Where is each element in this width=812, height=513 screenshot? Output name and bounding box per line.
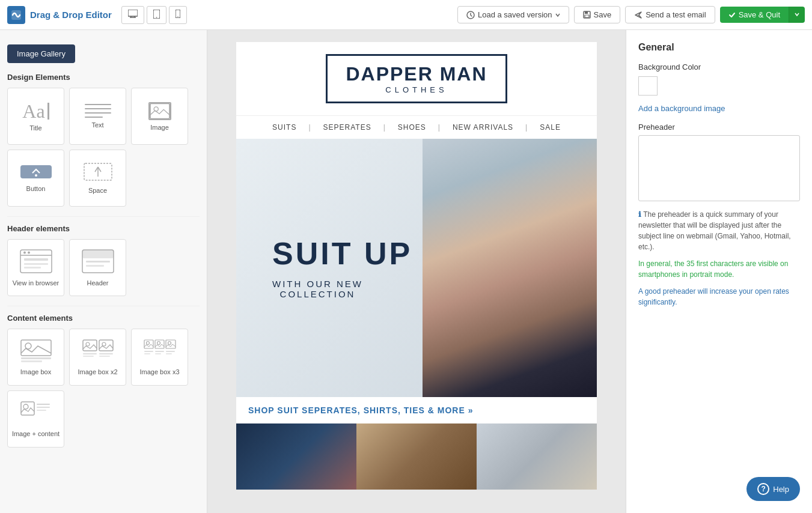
app-logo: Drag & Drop Editor (7, 6, 112, 24)
help-button[interactable]: ? Help (746, 477, 800, 501)
image-icon (148, 102, 171, 120)
element-label-browser: View in browser (13, 279, 59, 287)
main-layout: Image Gallery Design Elements Aa Title (0, 30, 812, 513)
save-btn[interactable]: Save (574, 6, 621, 23)
nav-sep-2: | (377, 123, 392, 132)
svg-rect-44 (144, 351, 153, 352)
load-version-btn[interactable]: Load a saved version (457, 6, 569, 23)
svg-rect-45 (155, 351, 164, 352)
svg-rect-9 (585, 15, 589, 17)
info-icon: ℹ (638, 210, 641, 219)
header-elements-grid: View in browser Header (7, 239, 200, 296)
hero-text-overlay: SUIT UP WITH OUR NEWCOLLECTION (254, 139, 412, 397)
product-images-row (236, 423, 597, 490)
preheader-info-3: A good preheader will increase your open… (638, 286, 800, 308)
preheader-label: Preheader (638, 123, 800, 132)
element-label-title: Title (29, 124, 41, 132)
svg-rect-1 (128, 10, 138, 16)
svg-point-13 (35, 174, 37, 177)
bg-color-swatch[interactable] (638, 76, 658, 96)
brand-sub: CLOTHES (346, 85, 487, 94)
svg-rect-24 (86, 261, 110, 263)
hero-subtitle: WITH OUR NEWCOLLECTION (272, 279, 363, 299)
logo-icon (7, 6, 25, 24)
nav-sale[interactable]: SALE (534, 123, 567, 132)
svg-point-41 (157, 342, 160, 345)
preheader-textarea[interactable] (638, 135, 800, 201)
svg-rect-34 (83, 353, 97, 354)
preheader-info-2: In general, the 35 first characters are … (638, 258, 800, 280)
bg-color-label: Background Color (638, 62, 800, 71)
svg-point-18 (28, 252, 30, 254)
element-card-imgbox3[interactable]: Image box x3 (131, 329, 188, 386)
element-card-title[interactable]: Aa Title (7, 88, 64, 145)
nav-new-arrivals[interactable]: NEW ARRIVALS (447, 123, 519, 132)
svg-rect-46 (166, 351, 175, 352)
product-img-2 (356, 423, 477, 490)
content-elements-title: Content elements (7, 314, 200, 323)
element-card-button[interactable]: Button (7, 150, 64, 207)
email-header: DAPPER MAN CLOTHES (236, 42, 597, 116)
right-panel: General Background Color Add a backgroun… (626, 30, 812, 513)
element-card-image[interactable]: Image (131, 88, 188, 145)
left-panel: Image Gallery Design Elements Aa Title (0, 30, 207, 513)
svg-point-43 (168, 342, 171, 345)
product-img-1 (236, 423, 356, 490)
help-icon: ? (757, 483, 769, 495)
element-label-button: Button (26, 185, 46, 192)
send-test-btn[interactable]: Send a test email (625, 6, 715, 23)
svg-rect-25 (86, 265, 104, 267)
element-card-space[interactable]: Space (69, 150, 126, 207)
svg-rect-37 (99, 356, 110, 357)
device-buttons (121, 6, 187, 24)
element-card-text[interactable]: Text (69, 88, 126, 145)
svg-rect-36 (99, 353, 113, 354)
design-elements-grid: Aa Title Text (7, 88, 200, 207)
header-icon (81, 249, 115, 276)
content-elements-grid: Image box (7, 329, 200, 448)
email-container: DAPPER MAN CLOTHES SUITS | SEPERATES | S… (236, 42, 597, 490)
mobile-btn[interactable] (169, 6, 187, 24)
element-label-header: Header (87, 279, 108, 287)
element-card-view-browser[interactable]: View in browser (7, 239, 64, 296)
element-label-space: Space (88, 187, 107, 194)
element-label-image: Image (150, 124, 169, 131)
topbar-actions: Load a saved version Save Send a test em… (457, 6, 805, 23)
nav-shoes[interactable]: SHOES (392, 123, 432, 132)
svg-rect-53 (37, 407, 50, 408)
nav-suits[interactable]: SUITS (266, 123, 302, 132)
header-elements-title: Header elements (7, 224, 200, 233)
svg-point-31 (86, 342, 90, 346)
svg-point-33 (102, 342, 106, 346)
save-quit-dropdown-btn[interactable] (789, 7, 805, 23)
right-panel-title: General (638, 42, 800, 53)
desktop-btn[interactable] (121, 6, 144, 24)
svg-point-5 (177, 16, 179, 17)
element-label-text: Text (91, 121, 103, 129)
svg-rect-8 (585, 11, 588, 14)
svg-point-51 (23, 404, 28, 409)
preheader-info-1: ℹ The preheader is a quick summary of yo… (638, 209, 800, 252)
element-card-header[interactable]: Header (69, 239, 126, 296)
button-icon (19, 164, 53, 181)
brand-name: DAPPER MAN (346, 63, 487, 85)
product-img-3 (477, 423, 597, 490)
element-card-imgcontent[interactable]: Image + content (7, 390, 64, 448)
element-card-imgbox[interactable]: Image box (7, 329, 64, 386)
svg-point-17 (23, 252, 26, 254)
element-label-imgcontent: Image + content (12, 430, 60, 437)
nav-seperates[interactable]: SEPERATES (317, 123, 377, 132)
save-quit-btn[interactable]: Save & Quit (720, 7, 789, 23)
svg-rect-47 (144, 353, 150, 354)
element-label-imgbox2: Image box x2 (78, 368, 117, 375)
save-quit-group: Save & Quit (720, 7, 805, 23)
nav-sep-3: | (432, 123, 447, 132)
brand-logo: DAPPER MAN CLOTHES (326, 54, 507, 103)
image-gallery-btn[interactable]: Image Gallery (7, 44, 75, 63)
svg-rect-28 (21, 357, 51, 359)
tablet-btn[interactable] (147, 6, 166, 24)
add-bg-image-link[interactable]: Add a background image (638, 104, 800, 113)
element-card-imgbox2[interactable]: Image box x2 (69, 329, 126, 386)
shop-link[interactable]: SHOP SUIT SEPERATES, SHIRTS, TIES & MORE… (236, 397, 597, 423)
imgbox2-icon (82, 339, 114, 365)
